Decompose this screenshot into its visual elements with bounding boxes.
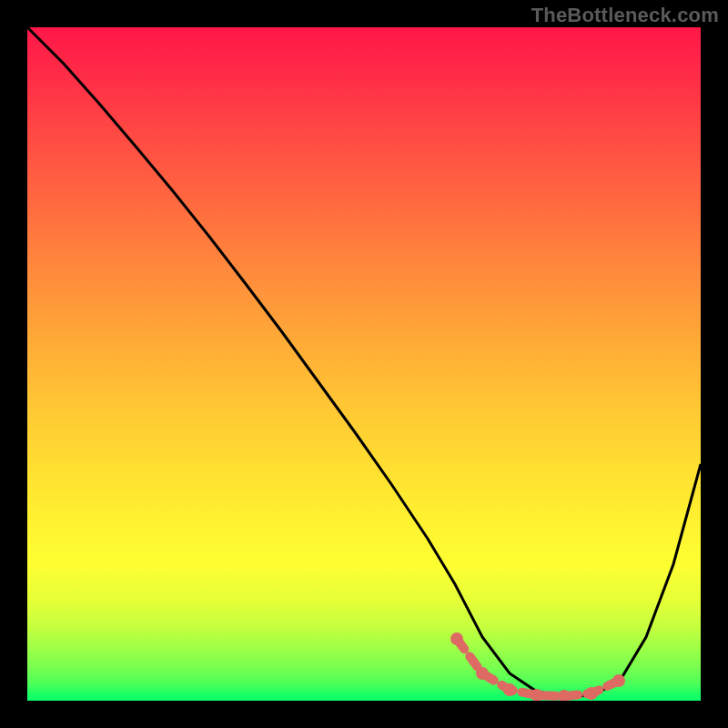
- plot-area: [27, 27, 701, 701]
- watermark-text: TheBottleneck.com: [531, 4, 719, 27]
- optimal-region: [450, 632, 625, 701]
- svg-point-6: [612, 674, 625, 687]
- chart-frame: TheBottleneck.com: [0, 0, 728, 728]
- svg-point-1: [476, 667, 489, 680]
- svg-point-5: [585, 687, 598, 700]
- highlight-layer: [27, 27, 701, 701]
- svg-point-2: [503, 683, 516, 696]
- svg-point-0: [450, 632, 463, 645]
